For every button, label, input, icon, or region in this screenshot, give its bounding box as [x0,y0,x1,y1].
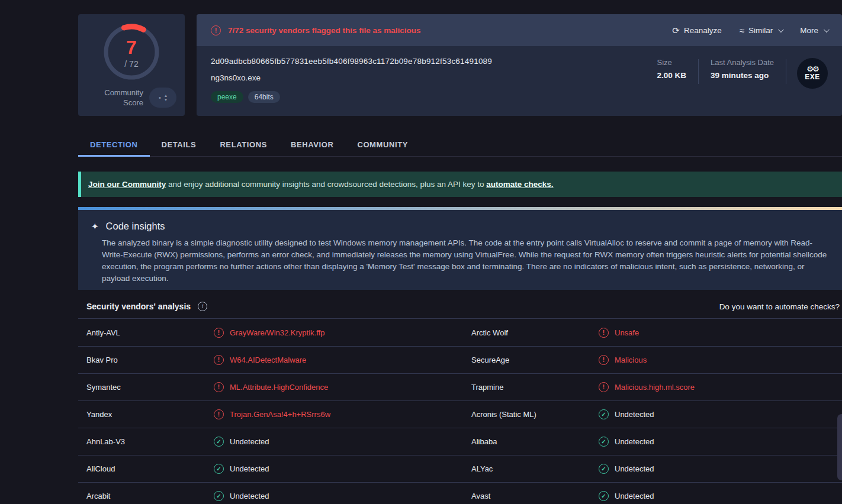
last-analysis-value: 39 minutes ago [711,71,774,80]
tab-detection[interactable]: DETECTION [78,133,150,156]
chevron-down-icon [824,27,830,33]
alert-circle-icon: ! [211,25,221,35]
result-label: ML.Attribute.HighConfidence [230,383,328,392]
code-insights-card: ✦ Code insights The analyzed binary is a… [78,207,842,290]
check-circle-icon: ✓ [214,437,224,447]
detection-result: ✓Undetected [599,491,842,501]
alert-circle-icon: ! [599,355,609,365]
vendor-name: AliCloud [78,464,214,473]
check-circle-icon: ✓ [599,464,609,474]
similar-button[interactable]: ≈ Similar [740,26,783,35]
join-community-link[interactable]: Join our Community [88,180,166,189]
table-row: Bkav Pro!W64.AIDetectMalwareSecureAge!Ma… [78,347,842,374]
vendor-name: Alibaba [463,437,599,446]
detection-result: !Unsafe [599,328,842,338]
alert-circle-icon: ! [214,355,224,365]
info-icon[interactable]: i [198,302,207,311]
table-row: Antiy-AVL!GrayWare/Win32.Kryptik.ffpArct… [78,319,842,347]
tag-64bits[interactable]: 64bits [248,91,280,103]
community-score-label: CommunityScore [104,88,143,108]
alert-circle-icon: ! [214,328,224,338]
vendor-name: Trapmine [463,383,599,392]
result-label: Unsafe [615,328,639,337]
check-circle-icon: ✓ [599,437,609,447]
community-score-card: 7 / 72 CommunityScore • ▴▾ [78,14,185,116]
last-analysis-block: Last Analysis Date 39 minutes ago [699,58,786,80]
vendor-name: Antiy-AVL [78,328,214,337]
table-row: Arcabit✓UndetectedAvast✓Undetected [78,483,842,504]
result-label: Undetected [615,437,654,446]
vendor-name: SecureAge [463,356,599,364]
result-label: GrayWare/Win32.Kryptik.ffp [230,328,324,337]
vendor-name: Symantec [78,383,214,392]
detection-result: ✓Undetected [599,437,842,447]
detection-result: !Malicious.high.ml.score [599,382,842,392]
vendor-name: AhnLab-V3 [78,437,214,446]
similar-waves-icon: ≈ [740,26,744,35]
join-community-banner: Join our Community and enjoy additional … [78,172,842,197]
size-value: 2.00 KB [657,71,687,80]
tab-details[interactable]: DETAILS [150,133,208,156]
banner-text: and enjoy additional community insights … [166,180,486,189]
file-name[interactable]: ng3ns0xo.exe [211,73,645,82]
result-label: Malicious.high.ml.score [615,383,695,392]
file-size-block: Size 2.00 KB [645,58,699,80]
gears-icon: ⚙⚙ [806,66,818,72]
vendor-name: Yandex [78,410,214,419]
result-label: W64.AIDetectMalware [230,356,306,364]
detection-result: ✓Undetected [214,464,463,474]
detection-result: ✓Undetected [599,464,842,474]
tab-community[interactable]: COMMUNITY [345,133,420,156]
detection-result: ✓Undetected [599,409,842,419]
check-circle-icon: ✓ [599,491,609,501]
table-row: AliCloud✓UndetectedALYac✓Undetected [78,455,842,483]
code-insights-body: The analyzed binary is a simple diagnost… [102,237,833,285]
automate-checks-link[interactable]: automate checks. [486,180,553,189]
detection-result: !Malicious [599,355,842,365]
exe-file-icon: ⚙⚙ EXE [797,58,828,89]
detection-alert-bar: ! 7/72 security vendors flagged this fil… [197,14,842,46]
score-value: 7 [103,37,160,59]
vendor-name: Arcabit [78,492,214,500]
result-label: Undetected [615,464,654,473]
result-label: Undetected [615,410,654,419]
tag-peexe[interactable]: peexe [211,91,243,103]
vendor-name: Arctic Wolf [463,328,599,337]
table-row: Yandex!Trojan.GenAsa!4+h+RSrrs6wAcronis … [78,401,842,428]
community-vote-widget[interactable]: • ▴▾ [149,88,176,108]
detection-result: !W64.AIDetectMalware [214,355,463,365]
last-analysis-label: Last Analysis Date [711,58,774,67]
scrollbar-thumb[interactable] [837,414,842,480]
more-button[interactable]: More [800,26,828,35]
file-hash[interactable]: 2d09adbcb80665fb577831eeb5fb406f98963c11… [211,57,645,66]
check-circle-icon: ✓ [214,464,224,474]
alert-circle-icon: ! [599,382,609,392]
vendor-name: Bkav Pro [78,356,214,364]
table-row: Symantec!ML.Attribute.HighConfidenceTrap… [78,374,842,401]
header-row: 7 / 72 CommunityScore • ▴▾ ! 7/72 securi… [78,14,842,116]
size-label: Size [657,58,687,67]
detection-result: !ML.Attribute.HighConfidence [214,382,463,392]
file-tags: peexe 64bits [211,91,645,103]
divider [786,59,786,84]
alert-circle-icon: ! [214,382,224,392]
vendor-name: Avast [463,492,599,500]
detection-result: ✓Undetected [214,491,463,501]
check-circle-icon: ✓ [599,409,609,419]
vote-arrows-icon[interactable]: ▴▾ [165,93,167,102]
result-label: Trojan.GenAsa!4+h+RSrrs6w [230,410,330,419]
code-insights-title: Code insights [106,221,165,232]
refresh-icon: ⟳ [672,26,680,35]
alert-circle-icon: ! [599,328,609,338]
vendors-analysis-header: Security vendors' analysis i Do you want… [78,295,842,319]
reanalyze-button[interactable]: ⟳ Reanalyze [672,26,721,35]
flagged-malicious-text: 7/72 security vendors flagged this file … [228,26,672,35]
result-label: Malicious [615,356,647,364]
detection-result: !GrayWare/Win32.Kryptik.ffp [214,328,463,338]
table-row: AhnLab-V3✓UndetectedAlibaba✓Undetected [78,428,842,455]
tab-behavior[interactable]: BEHAVIOR [279,133,345,156]
result-label: Undetected [230,437,269,446]
tab-relations[interactable]: RELATIONS [208,133,279,156]
automate-checks-prompt[interactable]: Do you want to automate checks? [719,302,840,311]
detection-result: ✓Undetected [214,437,463,447]
